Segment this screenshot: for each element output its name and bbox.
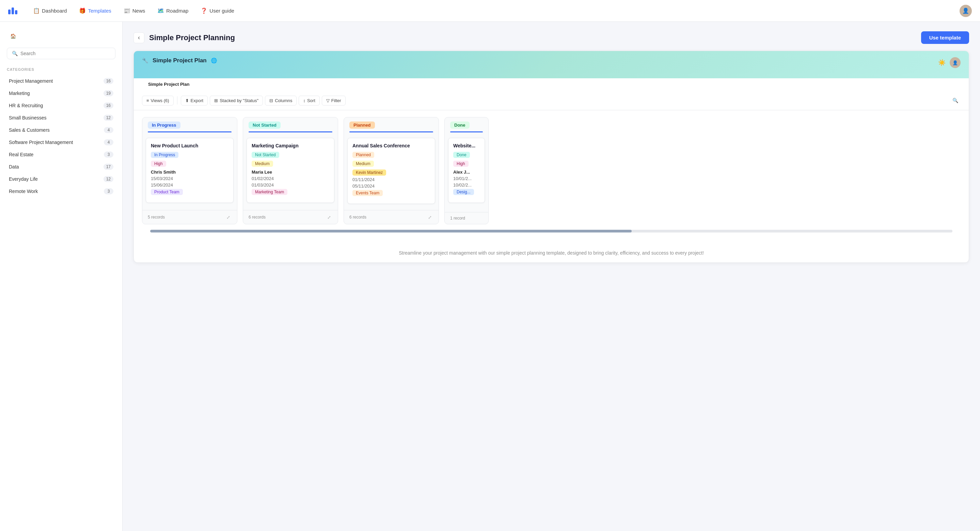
horizontal-scrollbar[interactable] [150, 230, 952, 232]
logo[interactable] [8, 8, 18, 14]
kanban-card[interactable]: Annual Sales Conference Planned Medium K… [347, 138, 435, 204]
team-badge: Marketing Team [251, 189, 287, 195]
sidebar: 🏠 🔍 CATEGORIES Project Management 16 Mar… [0, 22, 123, 531]
category-item[interactable]: Real Estate 3 [7, 148, 115, 161]
avatar[interactable]: 👤 [959, 5, 972, 17]
nav-item-roadmap-label: Roadmap [166, 8, 188, 14]
column-divider [450, 131, 483, 132]
expand-button[interactable]: ⤢ [426, 214, 433, 221]
sun-icon[interactable]: ☀️ [938, 59, 946, 66]
category-item[interactable]: HR & Recruiting 16 [7, 99, 115, 112]
nav-item-roadmap[interactable]: 🗺️ Roadmap [153, 5, 193, 17]
top-navigation: 📋 Dashboard 🎁 Templates 📰 News 🗺️ Roadma… [0, 0, 980, 22]
category-item[interactable]: Everyday Life 12 [7, 173, 115, 185]
preview-header-left: 🔧 Simple Project Plan 🌐 [142, 57, 217, 64]
category-count: 16 [103, 102, 113, 108]
status-badge: In Progress [151, 152, 178, 158]
status-badge: Not Started [251, 152, 279, 158]
card-end-date: 01/03/2024 [251, 183, 329, 188]
records-label: 6 records [349, 215, 366, 219]
column-tag: Not Started [248, 121, 281, 129]
category-name: Small Businesses [9, 115, 47, 121]
kanban-card[interactable]: New Product Launch In Progress High Chri… [146, 138, 234, 203]
column-tag: Planned [349, 121, 375, 129]
card-start-date: 10/01/2... [453, 176, 480, 181]
card-priority: Medium [352, 161, 430, 167]
card-title: New Product Launch [151, 143, 229, 148]
category-item[interactable]: Data 17 [7, 161, 115, 173]
nav-item-dashboard-label: Dashboard [42, 8, 67, 14]
export-button[interactable]: ⬆ Export [181, 95, 208, 105]
card-assignee: Kevin Martinez [352, 170, 430, 176]
nav-item-news[interactable]: 📰 News [119, 5, 150, 17]
category-item[interactable]: Small Businesses 12 [7, 112, 115, 124]
kanban-column-planned: Planned Annual Sales Conference Planned … [344, 117, 439, 224]
nav-item-news-label: News [132, 8, 145, 14]
kanban-card[interactable]: Website... Done High Alex J... 10/01/2..… [448, 138, 485, 203]
category-item[interactable]: Remote Work 3 [7, 185, 115, 197]
search-box[interactable]: 🔍 [7, 48, 115, 59]
nav-item-templates[interactable]: 🎁 Templates [74, 5, 116, 17]
nav-item-templates-label: Templates [88, 8, 111, 14]
toolbar-divider [177, 96, 177, 105]
priority-badge: Medium [352, 161, 374, 167]
expand-button[interactable]: ⤢ [326, 214, 332, 221]
use-template-button[interactable]: Use template [921, 31, 969, 44]
category-item[interactable]: Sales & Customers 4 [7, 124, 115, 136]
preview-card: 🔧 Simple Project Plan 🌐 ☀️ 👤 Simple Proj… [134, 51, 969, 263]
nav-item-user-guide[interactable]: ❓ User guide [196, 5, 239, 17]
category-count: 4 [104, 127, 113, 133]
columns-button[interactable]: ⊟ Columns [265, 95, 297, 105]
card-priority: Medium [251, 161, 329, 167]
category-name: Project Management [9, 78, 53, 84]
scrollbar-thumb [150, 230, 632, 232]
expand-button[interactable]: ⤢ [225, 214, 232, 221]
user-avatar: 👤 [950, 57, 961, 68]
stacked-button[interactable]: ⊞ Stacked by "Status" [210, 95, 263, 105]
category-item[interactable]: Marketing 19 [7, 87, 115, 99]
main-header: ‹ Simple Project Planning Use template [134, 31, 969, 44]
priority-badge: High [151, 161, 166, 167]
preview-title: Simple Project Plan [153, 57, 207, 64]
globe-icon: 🌐 [211, 57, 217, 64]
columns-label: Columns [275, 98, 292, 103]
app-layout: 🏠 🔍 CATEGORIES Project Management 16 Mar… [0, 22, 980, 531]
filter-label: Filter [331, 98, 341, 103]
card-badges: Planned [352, 152, 430, 158]
category-count: 4 [104, 139, 113, 145]
preview-description: Streamline your project management with … [134, 243, 969, 262]
card-title: Marketing Campaign [251, 143, 329, 148]
category-count: 3 [104, 188, 113, 194]
column-tag: Done [450, 121, 469, 129]
card-end-date: 10/02/2... [453, 183, 480, 188]
kanban-card[interactable]: Marketing Campaign Not Started Medium Ma… [247, 138, 334, 203]
home-button[interactable]: 🏠 [7, 30, 19, 42]
column-cards: Website... Done High Alex J... 10/01/2..… [445, 135, 488, 212]
column-footer: 1 record [445, 212, 488, 224]
records-label: 5 records [148, 215, 165, 219]
sort-button[interactable]: ↕ Sort [299, 95, 320, 105]
search-input[interactable] [21, 51, 110, 56]
search-button[interactable]: 🔍 [950, 95, 961, 106]
main-content: ‹ Simple Project Planning Use template 🔧… [123, 22, 980, 531]
card-badges: Done [453, 152, 480, 158]
card-assignee: Chris Smith [151, 170, 229, 175]
categories-label: CATEGORIES [7, 67, 115, 72]
card-badges: Not Started [251, 152, 329, 158]
card-priority: High [151, 161, 229, 167]
filter-button[interactable]: ▽ Filter [322, 95, 345, 105]
nav-item-dashboard[interactable]: 📋 Dashboard [28, 5, 72, 17]
status-badge: Planned [352, 152, 374, 158]
category-name: Data [9, 164, 19, 170]
back-button[interactable]: ‹ [134, 32, 145, 43]
category-item[interactable]: Project Management 16 [7, 75, 115, 87]
tab-simple-project-plan[interactable]: Simple Project Plan [142, 78, 196, 91]
views-button[interactable]: ≡ Views (6) [142, 95, 173, 105]
column-header-done: Done [445, 118, 488, 131]
kanban-area: In Progress New Product Launch In Progre… [134, 110, 969, 243]
kanban-column-done: Done Website... Done High [444, 117, 488, 224]
sort-icon: ↕ [303, 98, 305, 103]
dashboard-icon: 📋 [33, 8, 40, 14]
category-item[interactable]: Software Project Management 4 [7, 136, 115, 148]
card-assignee: Alex J... [453, 170, 480, 175]
